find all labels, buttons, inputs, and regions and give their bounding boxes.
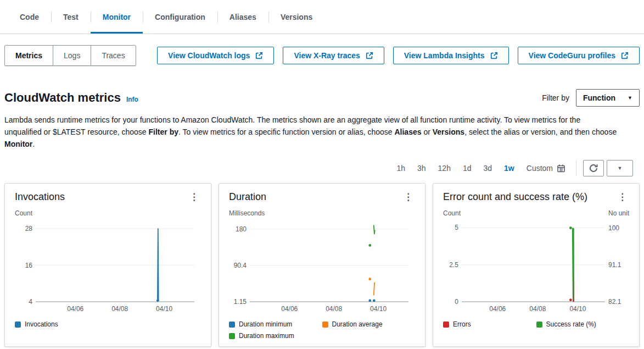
subtab-logs[interactable]: Logs [53,46,91,65]
view-cloudwatch-logs-button[interactable]: View CloudWatch logs [157,47,274,64]
chart-card-invocations: Invocations ⋮ Count 2816404/0604/0804/10… [4,183,211,347]
metrics-header: CloudWatch metrics Info Filter by Functi… [0,66,644,107]
view-xray-traces-button[interactable]: View X-Ray traces [283,47,384,64]
y-axis-unit-label: Milliseconds [229,209,265,217]
legend-label: Success rate (%) [546,320,596,328]
svg-text:180: 180 [236,225,247,233]
svg-text:04/10: 04/10 [569,305,586,313]
time-range-1h[interactable]: 1h [390,164,411,173]
chart-options-button[interactable]: ⋮ [401,192,415,202]
legend-item-duration-maximum[interactable]: Duration maximum [229,332,322,340]
page-title: CloudWatch metrics [4,91,121,105]
subtab-metrics[interactable]: Metrics [5,46,53,65]
svg-text:1.15: 1.15 [234,298,247,306]
legend-swatch-icon [229,322,235,328]
auto-refresh-dropdown-button[interactable]: ▼ [607,160,633,176]
button-label: View CloudWatch logs [168,51,250,60]
calendar-icon [557,164,565,173]
svg-text:5: 5 [455,224,458,231]
legend-item-errors[interactable]: Errors [443,320,536,328]
error-success-chart[interactable]: 52.5010091.182.104/0604/0804/10 [443,218,629,316]
toolbar-divider [576,160,576,176]
svg-text:100: 100 [608,224,619,232]
svg-text:16: 16 [25,262,33,269]
chevron-down-icon: ▼ [628,95,632,101]
chart-legend: Invocations [15,320,201,328]
monitor-toolbar: Metrics Logs Traces View CloudWatch logs… [0,34,644,66]
time-range-12h[interactable]: 12h [432,164,457,173]
chart-options-button[interactable]: ⋮ [187,192,201,202]
legend-label: Duration average [332,320,383,328]
button-label: View X-Ray traces [294,51,360,60]
chart-options-button[interactable]: ⋮ [615,192,629,202]
legend-swatch-icon [322,322,328,328]
chart-title: Invocations [15,191,65,203]
legend-label: Duration minimum [239,320,292,328]
function-tabs: Code Test Monitor Configuration Aliases … [0,0,644,34]
intro-text: Lambda sends runtime metrics for your fu… [0,107,623,150]
external-view-buttons: View CloudWatch logs View X-Ray traces V… [157,47,640,64]
duration-chart[interactable]: 18090.41.1504/0604/0804/10 [229,218,415,316]
kebab-icon: ⋮ [618,192,627,202]
charts-row: Invocations ⋮ Count 2816404/0604/0804/10… [0,183,644,347]
svg-text:82.1: 82.1 [608,298,621,306]
legend-swatch-icon [15,322,21,328]
y-axis-unit-label: Count [443,209,461,217]
svg-text:04/06: 04/06 [67,305,83,313]
tab-code[interactable]: Code [8,0,51,34]
refresh-icon [589,164,598,173]
legend-item-duration-minimum[interactable]: Duration minimum [229,320,322,328]
external-link-icon [490,52,498,59]
tab-monitor[interactable]: Monitor [91,0,143,34]
legend-label: Duration maximum [239,332,294,340]
tab-versions[interactable]: Versions [268,0,324,34]
custom-range-button[interactable]: Custom [520,164,572,173]
subtab-traces[interactable]: Traces [91,46,135,65]
legend-item-invocations[interactable]: Invocations [15,320,108,328]
chart-title: Duration [229,191,266,203]
time-range-toolbar: 1h 3h 12h 1d 3d 1w Custom ▼ [0,150,644,183]
svg-text:04/10: 04/10 [156,305,172,313]
tab-test[interactable]: Test [51,0,91,34]
function-filter-select[interactable]: Function ▼ [576,89,640,107]
view-codeguru-profiles-button[interactable]: View CodeGuru profiles [518,47,640,64]
svg-text:04/08: 04/08 [326,305,342,313]
svg-text:04/06: 04/06 [281,305,298,313]
filter-group: Filter by Function ▼ [542,89,640,107]
external-link-icon [621,52,629,59]
svg-text:91.1: 91.1 [608,261,621,269]
chart-legend: Duration minimum Duration average Durati… [229,320,415,340]
external-link-icon [366,52,373,59]
kebab-icon: ⋮ [404,192,413,202]
y-axis-unit-label: Count [15,209,32,217]
button-label: View CodeGuru profiles [529,51,615,60]
legend-label: Errors [453,320,471,328]
svg-text:4: 4 [29,298,32,306]
invocations-chart[interactable]: 2816404/0604/0804/10 [15,218,201,316]
time-range-3h[interactable]: 3h [411,164,432,173]
svg-text:04/08: 04/08 [111,305,128,313]
time-range-3d[interactable]: 3d [478,164,499,173]
tab-aliases[interactable]: Aliases [217,0,268,34]
legend-item-duration-average[interactable]: Duration average [322,320,416,328]
legend-swatch-icon [229,333,235,339]
svg-text:28: 28 [25,225,33,232]
legend-swatch-icon [536,322,542,328]
time-range-1d[interactable]: 1d [457,164,478,173]
refresh-button[interactable] [583,160,604,176]
kebab-icon: ⋮ [189,192,199,202]
tab-configuration[interactable]: Configuration [143,0,217,34]
info-link[interactable]: Info [126,96,138,103]
svg-text:0: 0 [455,298,458,306]
view-lambda-insights-button[interactable]: View Lambda Insights [393,47,509,64]
legend-item-success-rate[interactable]: Success rate (%) [536,320,630,328]
y-axis-right-unit-label: No unit [608,209,629,217]
chart-card-duration: Duration ⋮ Milliseconds 18090.41.1504/06… [219,183,425,347]
svg-text:04/08: 04/08 [529,305,546,313]
custom-label: Custom [527,164,553,173]
time-range-1w[interactable]: 1w [498,164,520,173]
chart-title: Error count and success rate (%) [443,191,587,203]
svg-text:04/06: 04/06 [489,305,506,313]
svg-text:04/10: 04/10 [370,305,387,313]
filter-by-label: Filter by [542,93,569,102]
